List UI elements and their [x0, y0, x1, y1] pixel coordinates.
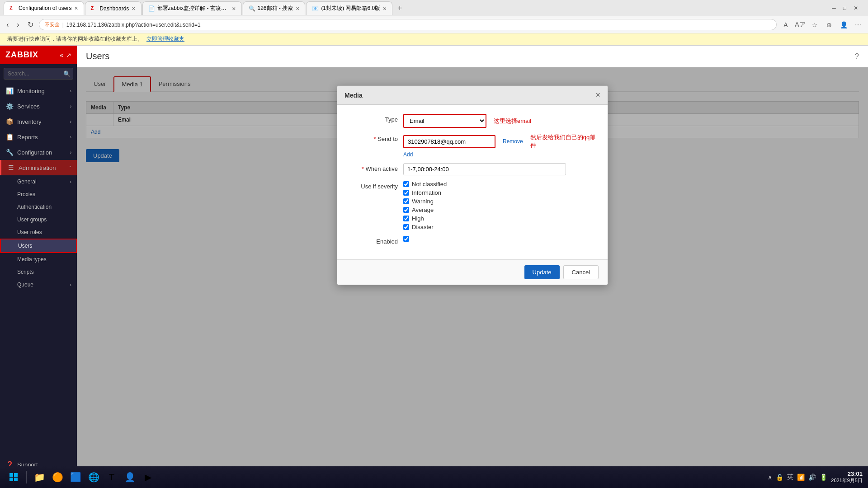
- severity-average-checkbox[interactable]: [403, 207, 409, 213]
- authentication-label: Authentication: [17, 204, 52, 210]
- browser-tab-5[interactable]: 📧 (1封未读) 网易邮箱6.0版 ×: [306, 1, 392, 15]
- proxies-label: Proxies: [17, 191, 35, 197]
- systray-wifi-icon[interactable]: 📶: [797, 474, 805, 481]
- systray-battery-icon[interactable]: 🔋: [820, 474, 827, 481]
- minimize-button[interactable]: ─: [829, 3, 839, 13]
- reload-button[interactable]: ↻: [25, 19, 36, 31]
- severity-information-checkbox[interactable]: [403, 190, 409, 196]
- sidebar-sub-proxies[interactable]: Proxies: [0, 188, 77, 201]
- forward-button[interactable]: ›: [14, 19, 22, 31]
- remove-link[interactable]: Remove: [503, 138, 523, 145]
- extensions-icon[interactable]: ⋯: [852, 19, 864, 31]
- read-aloud-icon[interactable]: Aア: [794, 19, 807, 31]
- translate-icon[interactable]: A: [779, 19, 792, 31]
- reports-arrow: ›: [70, 135, 71, 140]
- profile-icon[interactable]: 👤: [837, 19, 850, 31]
- sidebar-item-reports[interactable]: 📋 Reports ›: [0, 129, 77, 145]
- type-label: Type: [348, 114, 398, 123]
- modal-close-button[interactable]: ×: [595, 90, 600, 100]
- logo-icons: « ↗: [60, 52, 71, 59]
- when-active-input[interactable]: [403, 163, 566, 175]
- sidebar-item-services[interactable]: ⚙️ Services ›: [0, 99, 77, 114]
- back-button[interactable]: ‹: [4, 19, 11, 31]
- start-button[interactable]: [5, 469, 22, 485]
- taskbar-orange-icon[interactable]: 🟠: [49, 469, 66, 485]
- tab-close-icon[interactable]: ×: [74, 5, 78, 12]
- severity-disaster-checkbox[interactable]: [403, 224, 409, 230]
- sidebar-sub-queue[interactable]: Queue ›: [0, 278, 77, 291]
- sidebar-item-inventory[interactable]: 📦 Inventory ›: [0, 114, 77, 129]
- severity-not-classified-checkbox[interactable]: [403, 181, 409, 187]
- send-to-annotation: 然后发给我们自己的qq邮件: [530, 133, 597, 150]
- address-url[interactable]: 192.168.171.136/zabbix.php?action=user.e…: [66, 22, 771, 28]
- sidebar-expand-icon[interactable]: ↗: [66, 52, 71, 59]
- close-window-button[interactable]: ✕: [851, 3, 861, 13]
- new-tab-button[interactable]: +: [393, 2, 406, 14]
- sidebar-sub-general[interactable]: General ›: [0, 175, 77, 188]
- page-title: Users: [86, 51, 109, 61]
- taskbar-text-icon[interactable]: T: [104, 469, 120, 485]
- systray-lock-icon[interactable]: 🔒: [776, 474, 783, 481]
- services-arrow: ›: [70, 104, 71, 109]
- severity-information-label: Information: [412, 189, 441, 196]
- sidebar-item-configuration[interactable]: 🔧 Configuration ›: [0, 145, 77, 160]
- enabled-checkbox[interactable]: [403, 236, 409, 242]
- tab-close-icon-4[interactable]: ×: [296, 5, 299, 12]
- taskbar-app3-icon[interactable]: 🟦: [67, 469, 84, 485]
- taskbar-media-icon[interactable]: ▶: [140, 469, 156, 485]
- browser-tab-dashboards[interactable]: Z Dashboards ×: [85, 1, 142, 15]
- add-send-to-link[interactable]: Add: [403, 151, 597, 158]
- tab-close-icon-3[interactable]: ×: [232, 5, 236, 12]
- sidebar-sub-media-types[interactable]: Media types: [0, 253, 77, 266]
- tab-title: Configuration of users: [19, 5, 71, 11]
- time-display: 23:01: [831, 470, 863, 477]
- systray-volume-icon[interactable]: 🔊: [808, 474, 816, 481]
- systray: ∧ 🔒 英 📶 🔊 🔋 23:01 2021年9月5日: [768, 470, 863, 484]
- severity-average-label: Average: [412, 206, 434, 213]
- users-label: Users: [18, 243, 32, 249]
- send-to-row: Send to Remove 然后发给我们自己的qq邮件 Add: [348, 133, 597, 158]
- sidebar-item-monitoring[interactable]: 📊 Monitoring ›: [0, 83, 77, 99]
- tab-close-icon-2[interactable]: ×: [132, 5, 135, 12]
- browser-tab-4[interactable]: 🔍 126邮箱 - 搜索 ×: [243, 1, 306, 15]
- type-select[interactable]: Email SMS Jabber: [404, 115, 486, 127]
- sidebar-sub-user-roles[interactable]: User roles: [0, 226, 77, 239]
- info-bar-link[interactable]: 立即管理收藏夹: [146, 35, 184, 43]
- sidebar-sub-authentication[interactable]: Authentication: [0, 201, 77, 213]
- taskbar-explorer-icon[interactable]: 📁: [31, 469, 47, 485]
- search-input[interactable]: [4, 68, 73, 80]
- main-content: Users ? User Media 1 Permissions Media T…: [77, 46, 868, 488]
- general-arrow: ›: [70, 179, 71, 184]
- taskbar-user-icon[interactable]: 👤: [122, 469, 138, 485]
- sidebar-sub-user-groups[interactable]: User groups: [0, 213, 77, 226]
- modal-update-button[interactable]: Update: [524, 265, 560, 279]
- tab-favicon-3: 📄: [148, 5, 155, 12]
- send-to-input-box: [403, 135, 495, 148]
- taskbar-edge-icon[interactable]: 🌐: [85, 469, 102, 485]
- systray-lang-icon[interactable]: 英: [787, 473, 793, 481]
- sidebar-sub-scripts[interactable]: Scripts: [0, 266, 77, 278]
- taskbar-time[interactable]: 23:01 2021年9月5日: [831, 470, 863, 484]
- severity-label: Use if severity: [348, 181, 398, 190]
- send-to-wrapper: Remove 然后发给我们自己的qq邮件 Add: [403, 133, 597, 158]
- administration-icon: ☰: [7, 164, 15, 171]
- svg-rect-3: [14, 478, 18, 481]
- collections-icon[interactable]: ⊕: [823, 19, 835, 31]
- general-label: General: [17, 178, 37, 185]
- help-icon[interactable]: ?: [855, 52, 859, 61]
- type-select-wrapper: Email SMS Jabber 这里选择email: [403, 114, 597, 128]
- browser-tab-active[interactable]: Z Configuration of users ×: [4, 1, 84, 15]
- favorites-icon[interactable]: ☆: [808, 19, 821, 31]
- send-to-input[interactable]: [404, 136, 495, 147]
- severity-warning-checkbox[interactable]: [403, 198, 409, 204]
- systray-up-arrow[interactable]: ∧: [768, 474, 772, 481]
- browser-tab-3[interactable]: 📄 部署zabbix监控详解 - 玄凌道人 ×: [142, 1, 242, 15]
- sidebar-item-administration[interactable]: ☰ Administration ˅: [0, 160, 77, 175]
- modal-cancel-button[interactable]: Cancel: [563, 265, 599, 279]
- tab-close-icon-5[interactable]: ×: [383, 5, 387, 12]
- sidebar-sub-users[interactable]: Users: [0, 239, 77, 253]
- sidebar-collapse-icon[interactable]: «: [60, 52, 63, 59]
- maximize-button[interactable]: □: [840, 3, 849, 13]
- services-icon: ⚙️: [5, 103, 14, 110]
- severity-high-checkbox[interactable]: [403, 216, 409, 221]
